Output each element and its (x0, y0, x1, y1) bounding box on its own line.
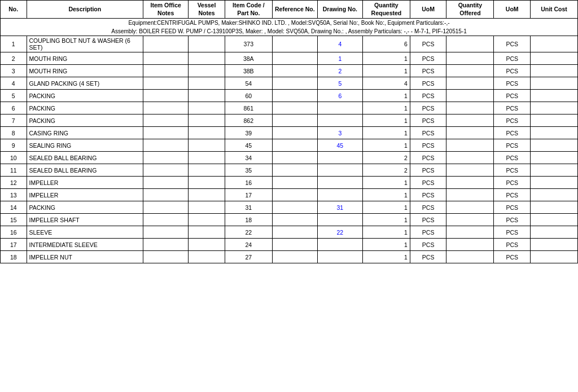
cell-ion (143, 36, 189, 52)
info-text-2: Assembly: BOILER FEED W. PUMP / C-139100… (1, 27, 578, 36)
cell-no: 4 (1, 77, 27, 90)
cell-no: 12 (1, 177, 27, 189)
cell-uom2: PCS (494, 139, 531, 152)
cell-uc (530, 164, 577, 177)
cell-qty-req: 1 (362, 189, 410, 201)
cell-qty-req: 1 (362, 52, 410, 65)
table-row: 7 PACKING 862 1 PCS PCS (1, 114, 578, 127)
cell-uom1: PCS (410, 214, 446, 226)
cell-uom2: PCS (494, 239, 531, 251)
cell-qty-req: 1 (362, 127, 410, 139)
cell-ion (143, 102, 189, 114)
cell-ref (272, 177, 317, 189)
cell-ref (272, 36, 317, 52)
cell-desc: SEALED BALL BEARING (27, 164, 143, 177)
cell-uc (530, 177, 577, 189)
cell-uom2: PCS (494, 65, 531, 77)
cell-qty-req: 1 (362, 139, 410, 152)
cell-uom2: PCS (494, 201, 531, 214)
cell-ref (272, 152, 317, 164)
cell-vn (189, 189, 225, 201)
info-text-1: Equipment:CENTRIFUGAL PUMPS, Maker:SHINK… (1, 19, 578, 28)
cell-no: 11 (1, 164, 27, 177)
cell-uc (530, 152, 577, 164)
cell-uc (530, 114, 577, 127)
cell-vn (189, 226, 225, 239)
cell-desc: MOUTH RING (27, 65, 143, 77)
cell-ion (143, 114, 189, 127)
cell-desc: PACKING (27, 201, 143, 214)
cell-drawing: 4 (317, 36, 362, 52)
cell-ref (272, 114, 317, 127)
cell-no: 14 (1, 201, 27, 214)
cell-uom1: PCS (410, 152, 446, 164)
cell-uom2: PCS (494, 114, 531, 127)
cell-vn (189, 214, 225, 226)
cell-qty-req: 1 (362, 65, 410, 77)
cell-uc (530, 90, 577, 102)
parts-table: No. Description Item Office Notes Vessel… (0, 0, 578, 263)
cell-ref (272, 139, 317, 152)
cell-vn (189, 102, 225, 114)
cell-drawing (317, 102, 362, 114)
cell-uom2: PCS (494, 226, 531, 239)
table-row: 4 GLAND PACKING (4 SET) 54 5 4 PCS PCS (1, 77, 578, 90)
cell-desc: PACKING (27, 114, 143, 127)
cell-ion (143, 239, 189, 251)
cell-drawing (317, 114, 362, 127)
header-item-office-notes: Item Office Notes (143, 1, 189, 19)
cell-desc: PACKING (27, 90, 143, 102)
cell-vn (189, 36, 225, 52)
cell-desc: IMPELLER (27, 177, 143, 189)
header-drawing: Drawing No. (317, 1, 362, 19)
cell-uom1: PCS (410, 90, 446, 102)
cell-uc (530, 214, 577, 226)
cell-code: 861 (225, 102, 272, 114)
cell-vn (189, 65, 225, 77)
cell-qty-off (446, 201, 494, 214)
cell-code: 31 (225, 201, 272, 214)
header-vessel-notes: Vessel Notes (189, 1, 225, 19)
cell-vn (189, 52, 225, 65)
header-uom1: UoM (410, 1, 446, 19)
cell-ion (143, 127, 189, 139)
cell-no: 3 (1, 65, 27, 77)
cell-ion (143, 214, 189, 226)
header-description: Description (27, 1, 143, 19)
cell-vn (189, 251, 225, 263)
cell-no: 7 (1, 114, 27, 127)
cell-uom2: PCS (494, 77, 531, 90)
main-table-container: No. Description Item Office Notes Vessel… (0, 0, 578, 263)
cell-qty-off (446, 177, 494, 189)
cell-drawing (317, 239, 362, 251)
cell-ref (272, 102, 317, 114)
cell-uom1: PCS (410, 189, 446, 201)
cell-uc (530, 36, 577, 52)
table-row: 13 IMPELLER 17 1 PCS PCS (1, 189, 578, 201)
cell-code: 373 (225, 36, 272, 52)
cell-vn (189, 114, 225, 127)
cell-ion (143, 251, 189, 263)
cell-uom1: PCS (410, 102, 446, 114)
cell-qty-off (446, 52, 494, 65)
cell-ref (272, 90, 317, 102)
cell-desc: SEALING RING (27, 139, 143, 152)
cell-qty-req: 1 (362, 201, 410, 214)
cell-uc (530, 139, 577, 152)
header-qty-offered: Quantity Offered (446, 1, 494, 19)
cell-ref (272, 201, 317, 214)
cell-ref (272, 251, 317, 263)
cell-qty-req: 1 (362, 177, 410, 189)
cell-vn (189, 239, 225, 251)
cell-qty-off (446, 77, 494, 90)
cell-uom1: PCS (410, 164, 446, 177)
cell-ref (272, 189, 317, 201)
cell-code: 18 (225, 214, 272, 226)
cell-uom2: PCS (494, 214, 531, 226)
cell-code: 38A (225, 52, 272, 65)
table-row: 8 CASING RING 39 3 1 PCS PCS (1, 127, 578, 139)
cell-drawing (317, 189, 362, 201)
cell-drawing (317, 214, 362, 226)
cell-drawing: 2 (317, 65, 362, 77)
cell-no: 17 (1, 239, 27, 251)
